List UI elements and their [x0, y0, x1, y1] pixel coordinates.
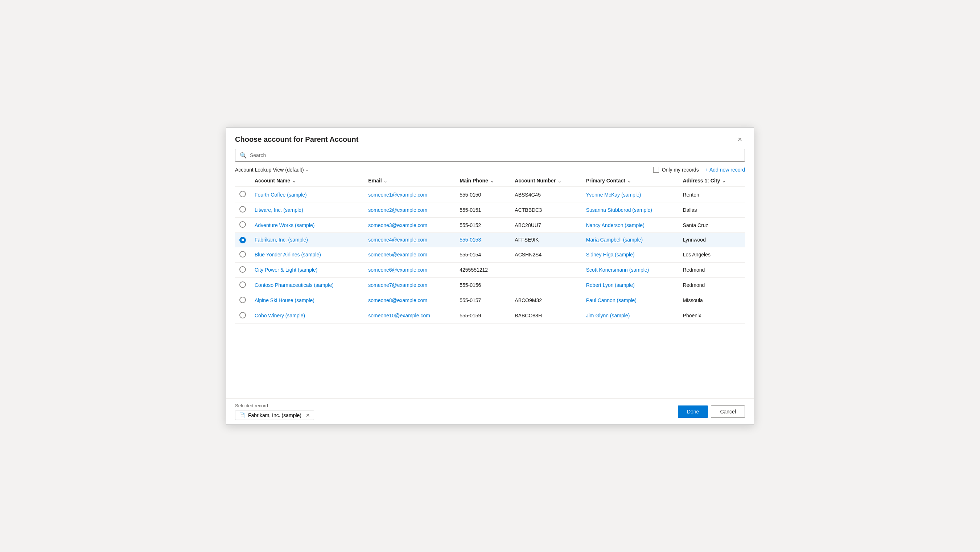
- phone-cell: 555-0156: [455, 277, 510, 293]
- radio-cell: [235, 187, 250, 202]
- col-city[interactable]: Address 1: City ⌄: [679, 175, 745, 187]
- toolbar: Account Lookup View (default) ⌄ Only my …: [226, 165, 754, 175]
- account-name-link[interactable]: Fourth Coffee (sample): [255, 192, 307, 198]
- primary-contact-link[interactable]: Maria Campbell (sample): [586, 237, 643, 243]
- email-link[interactable]: someone5@example.com: [368, 252, 427, 258]
- email-cell: someone6@example.com: [364, 262, 455, 277]
- email-link[interactable]: someone10@example.com: [368, 313, 430, 318]
- col-main-phone[interactable]: Main Phone ⌄: [455, 175, 510, 187]
- primary-contact-link[interactable]: Nancy Anderson (sample): [586, 222, 644, 228]
- radio-button[interactable]: [239, 282, 246, 288]
- account-name-cell: Alpine Ski House (sample): [250, 293, 364, 308]
- primary-contact-link[interactable]: Scott Konersmann (sample): [586, 267, 649, 273]
- primary-contact-link[interactable]: Robert Lyon (sample): [586, 282, 635, 288]
- account-number-cell: BABCO88H: [510, 308, 581, 323]
- account-name-link[interactable]: Blue Yonder Airlines (sample): [255, 252, 321, 258]
- primary-contact-link[interactable]: Jim Glynn (sample): [586, 313, 630, 318]
- sort-icon-city: ⌄: [722, 179, 725, 183]
- col-account-name[interactable]: Account Name ⌄: [250, 175, 364, 187]
- email-cell: someone3@example.com: [364, 218, 455, 233]
- account-name-link[interactable]: Fabrikam, Inc. (sample): [255, 237, 308, 243]
- account-name-link[interactable]: Alpine Ski House (sample): [255, 297, 315, 303]
- view-selector[interactable]: Account Lookup View (default) ⌄: [235, 167, 309, 173]
- dialog-title: Choose account for Parent Account: [235, 135, 358, 144]
- view-selector-label: Account Lookup View (default): [235, 167, 304, 173]
- primary-contact-cell: Nancy Anderson (sample): [582, 218, 679, 233]
- email-cell: someone2@example.com: [364, 202, 455, 218]
- account-number-cell: AFFSE9IK: [510, 233, 581, 247]
- search-input[interactable]: [250, 152, 740, 158]
- only-my-records-checkbox[interactable]: [653, 167, 659, 173]
- table-row[interactable]: Fabrikam, Inc. (sample)someone4@example.…: [235, 233, 745, 247]
- email-cell: someone1@example.com: [364, 187, 455, 202]
- table-row[interactable]: City Power & Light (sample)someone6@exam…: [235, 262, 745, 277]
- table-row[interactable]: Adventure Works (sample)someone3@example…: [235, 218, 745, 233]
- email-link[interactable]: someone4@example.com: [368, 237, 427, 243]
- phone-cell: 555-0151: [455, 202, 510, 218]
- primary-contact-cell: Scott Konersmann (sample): [582, 262, 679, 277]
- table-row[interactable]: Coho Winery (sample)someone10@example.co…: [235, 308, 745, 323]
- sort-icon-primary-contact: ⌄: [627, 179, 631, 183]
- primary-contact-link[interactable]: Susanna Stubberod (sample): [586, 207, 652, 213]
- email-cell: someone7@example.com: [364, 277, 455, 293]
- primary-contact-cell: Maria Campbell (sample): [582, 233, 679, 247]
- email-link[interactable]: someone1@example.com: [368, 192, 427, 198]
- table-row[interactable]: Litware, Inc. (sample)someone2@example.c…: [235, 202, 745, 218]
- primary-contact-link[interactable]: Sidney Higa (sample): [586, 252, 635, 258]
- email-link[interactable]: someone7@example.com: [368, 282, 427, 288]
- table-row[interactable]: Contoso Pharmaceuticals (sample)someone7…: [235, 277, 745, 293]
- primary-contact-link[interactable]: Yvonne McKay (sample): [586, 192, 641, 198]
- city-cell: Phoenix: [679, 308, 745, 323]
- account-name-link[interactable]: Contoso Pharmaceuticals (sample): [255, 282, 334, 288]
- radio-button[interactable]: [239, 251, 246, 258]
- only-my-records-label[interactable]: Only my records: [653, 167, 699, 173]
- done-button[interactable]: Done: [678, 406, 708, 418]
- account-name-link[interactable]: City Power & Light (sample): [255, 267, 318, 273]
- account-name-link[interactable]: Litware, Inc. (sample): [255, 207, 303, 213]
- phone-cell: 555-0154: [455, 247, 510, 262]
- table-row[interactable]: Alpine Ski House (sample)someone8@exampl…: [235, 293, 745, 308]
- account-name-link[interactable]: Coho Winery (sample): [255, 313, 305, 318]
- email-link[interactable]: someone3@example.com: [368, 222, 427, 228]
- email-link[interactable]: someone6@example.com: [368, 267, 427, 273]
- phone-cell: 4255551212: [455, 262, 510, 277]
- phone-link[interactable]: 555-0153: [460, 237, 481, 243]
- city-cell: Santa Cruz: [679, 218, 745, 233]
- radio-button[interactable]: [239, 237, 246, 243]
- search-icon: 🔍: [240, 152, 247, 159]
- email-link[interactable]: someone2@example.com: [368, 207, 427, 213]
- city-cell: Redmond: [679, 277, 745, 293]
- table-row[interactable]: Fourth Coffee (sample)someone1@example.c…: [235, 187, 745, 202]
- radio-button[interactable]: [239, 312, 246, 318]
- radio-button[interactable]: [239, 221, 246, 228]
- city-cell: Missoula: [679, 293, 745, 308]
- close-button[interactable]: ×: [735, 134, 745, 144]
- choose-account-dialog: Choose account for Parent Account × 🔍 Ac…: [226, 127, 754, 425]
- account-name-link[interactable]: Adventure Works (sample): [255, 222, 315, 228]
- cancel-button[interactable]: Cancel: [711, 406, 745, 418]
- primary-contact-cell: Jim Glynn (sample): [582, 308, 679, 323]
- email-cell: someone5@example.com: [364, 247, 455, 262]
- col-primary-contact[interactable]: Primary Contact ⌄: [582, 175, 679, 187]
- email-link[interactable]: someone8@example.com: [368, 297, 427, 303]
- col-account-number[interactable]: Account Number ⌄: [510, 175, 581, 187]
- city-cell: Lynnwood: [679, 233, 745, 247]
- chip-close-button[interactable]: ✕: [306, 412, 310, 418]
- table-row[interactable]: Blue Yonder Airlines (sample)someone5@ex…: [235, 247, 745, 262]
- account-number-cell: [510, 277, 581, 293]
- email-cell: someone4@example.com: [364, 233, 455, 247]
- table-body: Fourth Coffee (sample)someone1@example.c…: [235, 187, 745, 323]
- phone-cell: 555-0150: [455, 187, 510, 202]
- sort-icon-email: ⌄: [384, 179, 387, 183]
- radio-cell: [235, 233, 250, 247]
- add-new-record-button[interactable]: + Add new record: [705, 167, 745, 173]
- radio-button[interactable]: [239, 191, 246, 197]
- radio-button[interactable]: [239, 266, 246, 273]
- primary-contact-link[interactable]: Paul Cannon (sample): [586, 297, 636, 303]
- radio-button[interactable]: [239, 206, 246, 213]
- toolbar-right: Only my records + Add new record: [653, 167, 745, 173]
- radio-cell: [235, 202, 250, 218]
- col-email[interactable]: Email ⌄: [364, 175, 455, 187]
- radio-button[interactable]: [239, 297, 246, 303]
- account-name-cell: Fabrikam, Inc. (sample): [250, 233, 364, 247]
